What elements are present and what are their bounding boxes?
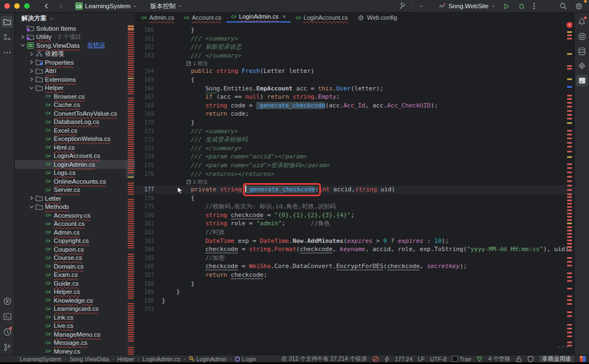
chevron-right-icon[interactable] xyxy=(28,60,35,65)
tree-item-link-cs[interactable]: C#Link.cs xyxy=(15,313,135,322)
tree-item-coupon-cs[interactable]: C#Coupon.cs xyxy=(15,245,135,254)
code-line-166[interactable]: 166 Song.Entities.EmpAccount acc = this.… xyxy=(135,84,574,93)
code-line-187[interactable]: 187 return checkcode; xyxy=(135,271,574,280)
code-line-174[interactable]: 174 /// <param name="accid"></param> xyxy=(135,152,574,161)
code-line-172[interactable]: 172 /// 生成登录校验码 xyxy=(135,135,574,144)
tree-item-money-cs[interactable]: C#Money.cs xyxy=(15,347,135,355)
structure-tool-button[interactable] xyxy=(1,31,13,43)
line-number[interactable]: 182 xyxy=(135,228,158,237)
line-number[interactable]: 183 xyxy=(135,237,158,246)
license-badge[interactable]: 非商业用途 xyxy=(539,355,575,362)
line-number[interactable]: 167 xyxy=(135,93,158,101)
line-number[interactable]: 166 xyxy=(135,84,158,93)
editor-tab-admin-cs[interactable]: C#Admin.cs xyxy=(137,13,179,22)
more-tool-windows-button[interactable] xyxy=(1,47,13,59)
line-number[interactable]: 171 xyxy=(135,127,158,136)
code-line-181[interactable]: 181 string role = "admin"; //角色 xyxy=(135,219,574,228)
breadcrumb-item-loginadmin[interactable]: LoginAdmin xyxy=(189,356,226,362)
line-number[interactable]: 165 xyxy=(135,76,158,84)
code-line-177[interactable]: 177 private string _generate_checkcode(i… xyxy=(135,185,574,194)
breadcrumb-item-learningsystem[interactable]: LearningSystem xyxy=(20,356,61,362)
line-number[interactable]: 176 xyxy=(135,170,158,179)
project-tool-button[interactable] xyxy=(1,16,13,28)
app-logo-icon[interactable] xyxy=(580,356,586,362)
tree-item-knowledge-cs[interactable]: C#Knowledge.cs xyxy=(15,296,135,305)
back-button[interactable] xyxy=(39,0,54,12)
tree-item-helper-cs[interactable]: C#Helper.cs xyxy=(15,288,135,297)
code-line-169[interactable]: 169 return code; xyxy=(135,110,574,118)
code-line-182[interactable]: 182 //时效 xyxy=(135,228,574,237)
tree-item-admin-cs[interactable]: C#Admin.cs xyxy=(15,228,135,237)
line-number[interactable]: 189 xyxy=(135,288,158,297)
chevron-right-icon[interactable] xyxy=(19,35,26,39)
line-number[interactable]: 188 xyxy=(135,280,158,288)
security-button[interactable] xyxy=(528,356,534,362)
tree-item-domain-cs[interactable]: C#Domain.cs xyxy=(15,262,135,271)
debug-button[interactable] xyxy=(514,0,529,12)
caret-position[interactable]: 177:24 xyxy=(395,356,412,362)
settings-button[interactable] xyxy=(571,0,587,12)
code-line-190[interactable]: 190} xyxy=(135,297,574,305)
window-close-button[interactable] xyxy=(4,3,10,9)
code-line-167[interactable]: 167 if (acc == null) return string.Empty… xyxy=(135,93,574,101)
tree-item-html-cs[interactable]: C#Html.cs xyxy=(15,143,135,152)
code-line-170[interactable]: 170 } xyxy=(135,118,574,127)
ai-assistant-button[interactable] xyxy=(576,30,588,42)
tree-item-solution-items[interactable]: Solution Items xyxy=(15,24,135,33)
line-number[interactable]: 191 xyxy=(135,305,158,314)
chevron-right-icon[interactable] xyxy=(28,69,35,73)
database-button[interactable] xyxy=(576,45,588,57)
tree-item-cache-cs[interactable]: C#Cache.cs xyxy=(15,101,135,110)
code-line-160[interactable]: 160 } xyxy=(135,26,574,35)
line-number[interactable]: 177 xyxy=(135,185,158,194)
line-number[interactable]: 169 xyxy=(135,110,158,118)
code-line-164[interactable]: 164 public string Fresh(Letter letter) xyxy=(135,67,574,76)
editor-tab-web-config[interactable]: Web.config xyxy=(353,13,402,22)
window-minimize-button[interactable] xyxy=(14,3,20,9)
breadcrumb-item-song-viewdata[interactable]: Song.ViewData xyxy=(70,356,109,362)
project-error-stripe[interactable] xyxy=(127,13,134,355)
chevron-right-icon[interactable] xyxy=(28,52,35,56)
line-number[interactable]: 181 xyxy=(135,219,158,228)
code-line-189[interactable]: 189 } xyxy=(135,288,574,297)
vcs-widget[interactable]: 版本控制 xyxy=(146,0,186,12)
line-number[interactable]: 168 xyxy=(135,101,158,110)
tree-item-guide-cs[interactable]: C#Guide.cs xyxy=(15,279,135,288)
code-line-188[interactable]: 188 } xyxy=(135,280,574,288)
has-errors-link[interactable]: 有错误 xyxy=(87,41,105,49)
tree-item-account-cs[interactable]: C#Account.cs xyxy=(15,220,135,229)
tree-item-methods[interactable]: Methods xyxy=(15,203,135,212)
lock-button[interactable] xyxy=(516,356,522,362)
code-line-163[interactable]: 163 /// </summary> xyxy=(135,52,574,60)
chevron-down-icon[interactable] xyxy=(28,205,35,209)
line-number[interactable]: 173 xyxy=(135,144,158,153)
code-line-176[interactable]: 176 /// <returns></returns> xyxy=(135,170,574,179)
tree-item-exam-cs[interactable]: C#Exam.cs xyxy=(15,271,135,280)
file-encoding[interactable]: UTF-8 xyxy=(430,356,446,362)
window-zoom-button[interactable] xyxy=(24,3,30,9)
line-number[interactable]: 172 xyxy=(135,135,158,144)
nuget-button[interactable] xyxy=(576,60,588,72)
tree-item-excel-cs[interactable]: C#Excel.cs xyxy=(15,126,135,135)
run-configuration-selector[interactable]: Song.WebSite xyxy=(435,0,499,12)
git-tool-button[interactable] xyxy=(1,341,13,353)
line-number[interactable]: 163 xyxy=(135,52,158,60)
line-separator[interactable]: LF xyxy=(418,356,424,362)
code-editor[interactable]: 160 }161 /// <summary>162 /// 刷新登录状态163 … xyxy=(135,23,574,355)
line-number[interactable]: 161 xyxy=(135,35,158,43)
tree-item-logs-cs[interactable]: C#Logs.cs xyxy=(15,169,135,178)
line-number[interactable]: 187 xyxy=(135,271,158,280)
line-number[interactable]: 175 xyxy=(135,161,158,170)
breadcrumb-item-helper[interactable]: Helper xyxy=(117,356,134,362)
forward-button[interactable] xyxy=(54,0,68,12)
breadcrumb-item-login[interactable]: Login xyxy=(235,356,256,362)
line-number[interactable]: 160 xyxy=(135,26,158,35)
line-number[interactable]: 184 xyxy=(135,245,158,254)
line-number[interactable]: 164 xyxy=(135,67,158,76)
tree-item-course-cs[interactable]: C#Course.cs xyxy=(15,254,135,263)
code-line-185[interactable]: 185 //加密 xyxy=(135,254,574,263)
project-view-selector[interactable]: 解决方案 xyxy=(15,13,135,24)
search-everywhere-button[interactable] xyxy=(556,0,571,12)
tree-item-loginadmin-cs[interactable]: C#LoginAdmin.cs xyxy=(15,160,135,169)
tree-item-onlineaccounts-cs[interactable]: C#OnlineAccounts.cs xyxy=(15,177,135,186)
